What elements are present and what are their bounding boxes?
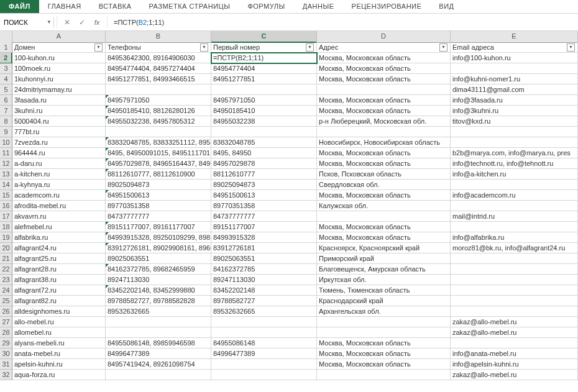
filter-dropdown-icon[interactable]: ▼	[94, 43, 103, 52]
cell[interactable]	[451, 180, 578, 190]
cell[interactable]: allomebel.ru	[12, 327, 106, 338]
cell[interactable]: b2b@marya.com, info@marya.ru, pres	[451, 148, 578, 158]
cell[interactable]: info@a-kitchen.ru	[451, 169, 578, 180]
cell[interactable]	[317, 84, 451, 95]
cell[interactable]: afrodita-mebel.ru	[12, 201, 106, 211]
cell[interactable]: Благовещенск, Амурская область	[317, 264, 451, 275]
ribbon-tab[interactable]: ВСТАВКА	[90, 0, 140, 13]
cell[interactable]: Москва, Московская область	[317, 232, 451, 243]
ribbon-tab[interactable]: ФОРМУЛЫ	[239, 0, 293, 13]
cell[interactable]: alfagrant72.ru	[12, 285, 106, 296]
cell[interactable]: 1kuhonnyi.ru	[12, 74, 106, 84]
row-header[interactable]: 13	[0, 169, 12, 180]
cell[interactable]: 84993915328, 89250109299, 8985	[106, 232, 211, 243]
cell[interactable]: a-kitchen.ru	[12, 169, 106, 180]
row-header[interactable]: 32	[0, 370, 12, 380]
cell[interactable]: 88112610777	[211, 169, 317, 180]
ribbon-tab[interactable]: ВИД	[430, 0, 462, 13]
cell[interactable]: aqua-forza.ru	[12, 370, 106, 380]
confirm-formula-icon[interactable]: ✓	[75, 18, 89, 27]
cell[interactable]: р-н Люберецкий, Московская обл.	[317, 116, 451, 127]
cell[interactable]: a-daru.ru	[12, 158, 106, 169]
cell[interactable]: 5000404.ru	[12, 116, 106, 127]
cell[interactable]: akvavrn.ru	[12, 211, 106, 222]
cell[interactable]: Москва, Московская область	[317, 349, 451, 359]
ribbon-tab[interactable]: РАЗМЕТКА СТРАНИЦЫ	[140, 0, 239, 13]
cell[interactable]	[317, 127, 451, 137]
cell[interactable]	[451, 338, 578, 349]
filter-dropdown-icon[interactable]: ▼	[200, 43, 208, 52]
row-header[interactable]: 12	[0, 158, 12, 169]
cell[interactable]: info@apelsin-kuhni.ru	[451, 359, 578, 370]
cell[interactable]: Москва, Московская область	[317, 158, 451, 169]
cell[interactable]: Москва, Московская область	[317, 222, 451, 232]
cell[interactable]: alfagrant82.ru	[12, 296, 106, 306]
cell[interactable]: 84993915328	[211, 232, 317, 243]
cell[interactable]: 88112610777, 88112610900	[106, 169, 211, 180]
row-header[interactable]: 27	[0, 317, 12, 327]
cell[interactable]	[317, 327, 451, 338]
cell[interactable]: 7zvezda.ru	[12, 137, 106, 148]
row-header[interactable]: 15	[0, 190, 12, 201]
cell[interactable]: a-kyhnya.ru	[12, 180, 106, 190]
cell[interactable]: zakaz@allo-mebel.ru	[451, 317, 578, 327]
cell[interactable]: 84955032238	[211, 116, 317, 127]
cell[interactable]: 89532632665	[211, 306, 317, 317]
cell[interactable]: 777bt.ru	[12, 127, 106, 137]
cell[interactable]: 83832048785, 83833251112, 8953	[106, 137, 211, 148]
cell[interactable]: Красноярск, Красноярский край	[317, 243, 451, 253]
cell[interactable]	[451, 201, 578, 211]
cell[interactable]: info@3fasada.ru	[451, 95, 578, 106]
cell[interactable]: alfagrant38.ru	[12, 275, 106, 285]
cell[interactable]: 100-kuhon.ru	[12, 53, 106, 63]
cell[interactable]: Москва, Московская область	[317, 359, 451, 370]
cell[interactable]	[451, 137, 578, 148]
row-header[interactable]: 25	[0, 296, 12, 306]
cell[interactable]	[317, 317, 451, 327]
cell[interactable]: apelsin-kuhni.ru	[12, 359, 106, 370]
cell[interactable]	[211, 84, 317, 95]
cell[interactable]	[317, 211, 451, 222]
cell[interactable]	[211, 317, 317, 327]
cell[interactable]	[211, 359, 317, 370]
name-box[interactable]	[0, 17, 45, 27]
cell[interactable]: Архангельская обл.	[317, 306, 451, 317]
column-header[interactable]: D	[317, 31, 451, 43]
cell[interactable]	[211, 327, 317, 338]
cell[interactable]: Калужская обл.	[317, 201, 451, 211]
column-header[interactable]: E	[451, 31, 578, 43]
cell[interactable]: info@alfabrika.ru	[451, 232, 578, 243]
cell[interactable]: 89247113030	[106, 275, 211, 285]
cell[interactable]	[106, 370, 211, 380]
cell[interactable]: 89151177007	[211, 222, 317, 232]
cell[interactable]: alyans-mebeli.ru	[12, 338, 106, 349]
cell[interactable]: 84950185410	[211, 106, 317, 116]
formula-input[interactable]: =ПСТР(B2;1;11)	[110, 17, 578, 27]
row-header[interactable]: 24	[0, 285, 12, 296]
cell[interactable]	[211, 127, 317, 137]
cell[interactable]	[451, 264, 578, 275]
cell[interactable]	[451, 306, 578, 317]
cell[interactable]	[106, 84, 211, 95]
filter-dropdown-icon[interactable]: ▼	[439, 43, 447, 52]
cell[interactable]: 89151177007, 89161177007	[106, 222, 211, 232]
cell[interactable]: Краснодарский край	[317, 296, 451, 306]
cell[interactable]: 89788582727, 89788582828	[106, 296, 211, 306]
cell[interactable]: 89770351358	[211, 201, 317, 211]
cell[interactable]: 84951500613	[211, 190, 317, 201]
cell[interactable]	[106, 317, 211, 327]
row-header[interactable]: 26	[0, 306, 12, 317]
cell[interactable]: 83452202148, 83452999880	[106, 285, 211, 296]
cell[interactable]: Свердловская обл.	[317, 180, 451, 190]
cell[interactable]: alldesignhomes.ru	[12, 306, 106, 317]
row-header[interactable]: 29	[0, 338, 12, 349]
cell[interactable]: Москва, Московская область	[317, 74, 451, 84]
cell[interactable]: 89025063551	[211, 253, 317, 264]
cell[interactable]: 84162372785	[211, 264, 317, 275]
cell[interactable]	[451, 275, 578, 285]
cell[interactable]: info@kuhni-nomer1.ru	[451, 74, 578, 84]
cell[interactable]: Москва, Московская область	[317, 190, 451, 201]
cell[interactable]	[106, 327, 211, 338]
cell[interactable]: alefmebel.ru	[12, 222, 106, 232]
cell[interactable]: info@anata-mebel.ru	[451, 349, 578, 359]
